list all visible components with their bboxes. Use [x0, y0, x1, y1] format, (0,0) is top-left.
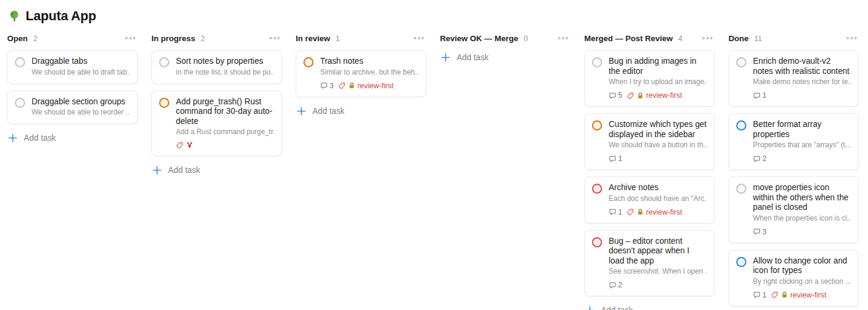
card-meta-row: 1review-first — [609, 208, 707, 216]
card-body: move properties icon within the others w… — [753, 183, 851, 236]
column-menu-button[interactable] — [701, 35, 714, 42]
menu-dot — [125, 37, 128, 39]
card-description: When the properties icon is cl... — [753, 214, 851, 223]
column-menu-button[interactable] — [124, 35, 137, 42]
add-task-button[interactable]: Add task — [440, 50, 571, 65]
plus-icon — [8, 134, 17, 142]
card-title: Bug – editor content doesn't appear when… — [609, 237, 707, 266]
card-body: Better format array propertiesProperties… — [753, 120, 851, 163]
task-card[interactable]: Customize which types get displayed in t… — [584, 113, 715, 170]
status-circle-orange[interactable] — [159, 98, 169, 108]
card-meta-row: 1 — [609, 154, 707, 163]
column-title: Open — [7, 34, 28, 43]
menu-dot — [847, 37, 849, 39]
card-meta-row: 3review-first — [320, 82, 418, 90]
status-circle-gray[interactable] — [15, 57, 25, 67]
column-count: 0 — [523, 34, 528, 43]
task-card[interactable]: Sort notes by propertiesin the note list… — [151, 50, 282, 84]
page-title: Laputa App — [26, 8, 96, 24]
status-circle-gray[interactable] — [15, 98, 25, 108]
card-description: Similar to archive, but the beh... — [320, 68, 418, 77]
card-meta-row — [176, 141, 274, 149]
comment-count: 5 — [609, 91, 622, 100]
status-circle-gray[interactable] — [736, 57, 746, 67]
card-body: Trash notesSimilar to archive, but the b… — [320, 57, 418, 90]
column-menu-button[interactable] — [557, 35, 569, 42]
column-header: Merged — Post Review4 — [584, 32, 715, 45]
card-body: Bug in adding images in the editorWhen I… — [609, 57, 707, 100]
task-card[interactable]: Bug – editor content doesn't appear when… — [584, 230, 715, 297]
task-card[interactable]: Trash notesSimilar to archive, but the b… — [296, 50, 426, 97]
card-title: Enrich demo-vault-v2 notes with realisti… — [753, 57, 851, 76]
board-column-open: Open2Draggable tabsWe should be able to … — [7, 32, 138, 145]
column-title: Merged — Post Review — [584, 34, 673, 43]
column-menu-button[interactable] — [268, 35, 281, 42]
tag-icon — [771, 291, 779, 299]
task-card[interactable]: Bug in adding images in the editorWhen I… — [584, 50, 715, 107]
tag-label: review-first — [358, 82, 393, 90]
card-description: We should be able to draft tab... — [32, 68, 130, 77]
comment-icon — [609, 281, 616, 289]
status-circle-orange[interactable] — [303, 57, 314, 67]
card-meta-row: 1 — [753, 91, 851, 100]
tag-icon — [338, 82, 346, 89]
status-circle-gray[interactable] — [159, 57, 169, 67]
menu-dot — [558, 37, 560, 39]
task-card[interactable]: Add purge_trash() Rust command for 30-da… — [151, 91, 282, 157]
board-column-review-ok-merge: Review OK — Merge0Add task — [440, 32, 571, 65]
task-card[interactable]: Allow to change color and icon for types… — [728, 250, 859, 306]
column-count: 2 — [201, 34, 205, 43]
comment-count: 1 — [609, 208, 622, 216]
card-description: See screenshot. When I open ... — [609, 267, 707, 276]
comment-icon — [753, 228, 761, 235]
card-title: Draggable tabs — [32, 57, 130, 67]
add-task-button[interactable]: Add task — [296, 104, 426, 119]
task-card[interactable]: Draggable section groupsWe should be abl… — [7, 91, 138, 125]
status-circle-red[interactable] — [592, 184, 602, 194]
column-header: In progress2 — [151, 32, 282, 45]
task-card[interactable]: move properties icon within the others w… — [728, 176, 859, 243]
status-circle-orange[interactable] — [592, 120, 602, 131]
status-circle-gray[interactable] — [592, 57, 602, 67]
comment-count: 2 — [753, 154, 767, 163]
comment-count-value: 1 — [762, 291, 767, 299]
tag-icon — [627, 208, 634, 216]
comment-count-value: 1 — [762, 91, 767, 100]
comment-count-value: 1 — [618, 154, 622, 163]
comment-icon — [753, 155, 761, 163]
task-card[interactable]: Better format array propertiesProperties… — [728, 113, 859, 170]
card-title: Trash notes — [320, 57, 418, 67]
task-card[interactable]: Enrich demo-vault-v2 notes with realisti… — [728, 50, 859, 107]
plus-icon — [585, 306, 594, 310]
card-meta-row: 1review-first — [753, 291, 851, 299]
status-circle-red[interactable] — [592, 237, 602, 247]
lock-icon — [781, 291, 788, 299]
add-task-label: Add task — [24, 134, 56, 142]
column-count: 4 — [678, 34, 683, 43]
menu-dot — [269, 37, 272, 39]
add-task-button[interactable]: Add task — [7, 131, 138, 145]
status-circle-blue[interactable] — [736, 120, 746, 131]
comment-count: 1 — [753, 291, 767, 299]
column-menu-button[interactable] — [845, 35, 858, 42]
status-circle-blue[interactable] — [736, 257, 746, 267]
task-card[interactable]: Draggable tabsWe should be able to draft… — [7, 50, 138, 84]
tree-logo-icon — [8, 10, 21, 23]
column-header: In review1 — [296, 32, 426, 45]
tag-label: review-first — [646, 208, 682, 216]
comment-count-value: 2 — [762, 154, 767, 163]
card-title: move properties icon within the others w… — [753, 183, 851, 213]
board-column-done: Done11Enrich demo-vault-v2 notes with re… — [728, 32, 859, 310]
column-menu-button[interactable] — [413, 35, 425, 42]
menu-dot — [854, 37, 857, 39]
add-task-button[interactable]: Add task — [584, 303, 715, 310]
card-body: Sort notes by propertiesin the note list… — [176, 57, 274, 77]
comment-count: 3 — [320, 82, 334, 90]
column-header: Open2 — [7, 32, 138, 45]
add-task-button[interactable]: Add task — [151, 163, 282, 178]
task-card[interactable]: Archive notesEach doc should have an "Ar… — [584, 176, 715, 224]
comment-count: 3 — [753, 228, 767, 236]
status-circle-gray[interactable] — [736, 184, 746, 194]
card-body: Bug – editor content doesn't appear when… — [609, 237, 707, 290]
plus-icon — [441, 53, 450, 62]
